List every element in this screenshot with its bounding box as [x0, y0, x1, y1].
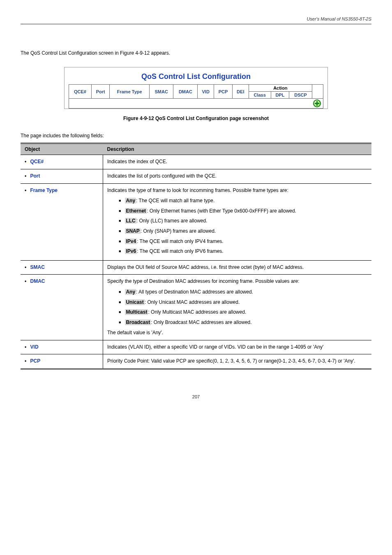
col-dscp: DSCP [289, 92, 312, 99]
option-item: IPv6: The QCE will match only IPV6 frame… [119, 247, 367, 256]
description-cell: Specify the type of Destination MAC addr… [103, 275, 372, 340]
description-cell: Priority Code Point: Valid value PCP are… [103, 354, 372, 369]
col-port: Port [92, 85, 110, 99]
page-header: User's Manual of NS3550-8T-2S [21, 16, 371, 24]
option-item: SNAP: Only (SNAP) frames are allowed. [119, 227, 367, 236]
option-item: LLC: Only (LLC) frames are allowed. [119, 217, 367, 226]
description-cell: Displays the OUI field of Source MAC add… [103, 260, 372, 275]
object-cell: • PCP [21, 354, 103, 369]
option-item: Ethernet: Only Ethernet frames (with Eth… [119, 207, 367, 216]
intro-text: The QoS Control List Configuration scree… [21, 49, 371, 57]
object-row: • Frame TypeIndicates the type of frame … [21, 183, 371, 260]
description-cell: Indicates the list of ports configured w… [103, 169, 372, 183]
qcl-table: QCE# Port Frame Type SMAC DMAC VID PCP D… [69, 84, 323, 109]
object-row: • QCE#Indicates the index of QCE. [21, 155, 371, 169]
figure-caption: Figure 4-9-12 QoS Control List Configura… [21, 116, 371, 121]
object-description-table: Object Description • QCE#Indicates the i… [21, 143, 371, 370]
page-number: 207 [21, 394, 371, 399]
object-row: • SMACDisplays the OUI field of Source M… [21, 260, 371, 275]
qcl-empty-row [69, 99, 323, 109]
col-frame-type: Frame Type [110, 85, 150, 99]
add-qce-icon[interactable] [313, 99, 321, 107]
col-controls [312, 85, 323, 99]
object-row: • VIDIndicates (VLAN ID), either a speci… [21, 340, 371, 354]
object-row: • PortIndicates the list of ports config… [21, 169, 371, 183]
description-cell: Indicates the type of frame to look for … [103, 183, 372, 260]
manual-title: User's Manual of NS3550-8T-2S [307, 16, 371, 21]
option-item: Any: The QCE will match all frame type. [119, 197, 367, 206]
col-dmac: DMAC [173, 85, 198, 99]
object-cell: • DMAC [21, 275, 103, 340]
object-cell: • SMAC [21, 260, 103, 275]
object-cell: • Frame Type [21, 183, 103, 260]
th-description: Description [103, 143, 372, 155]
qcl-title: QoS Control List Configuration [69, 71, 323, 84]
description-cell: Indicates the index of QCE. [103, 155, 372, 169]
col-dei: DEI [233, 85, 249, 99]
description-cell: Indicates (VLAN ID), either a specific V… [103, 340, 372, 354]
object-cell: • Port [21, 169, 103, 183]
col-class: Class [249, 92, 271, 99]
option-item: IPv4: The QCE will match only IPV4 frame… [119, 237, 367, 246]
col-dpl: DPL [271, 92, 289, 99]
option-item: Broadcast: Only Broadcast MAC addresses … [119, 318, 367, 327]
option-list: Any: The QCE will match all frame type.E… [119, 197, 367, 256]
object-cell: • QCE# [21, 155, 103, 169]
col-pcp: PCP [214, 85, 232, 99]
col-action: Action [249, 85, 312, 92]
object-row: • DMACSpecify the type of Destination MA… [21, 275, 371, 340]
fields-intro: The page includes the following fields: [21, 133, 371, 139]
col-vid: VID [198, 85, 214, 99]
option-item: Multicast: Only Multicast MAC addresses … [119, 308, 367, 317]
object-row: • PCPPriority Code Point: Valid value PC… [21, 354, 371, 369]
col-smac: SMAC [150, 85, 173, 99]
option-list: Any: All types of Destination MAC addres… [119, 288, 367, 327]
option-item: Any: All types of Destination MAC addres… [119, 288, 367, 297]
qcl-config-screenshot: QoS Control List Configuration QCE# Port… [64, 67, 328, 109]
col-qce: QCE# [69, 85, 92, 99]
option-item: Unicast: Only Unicast MAC addresses are … [119, 298, 367, 307]
object-cell: • VID [21, 340, 103, 354]
th-object: Object [21, 143, 103, 155]
